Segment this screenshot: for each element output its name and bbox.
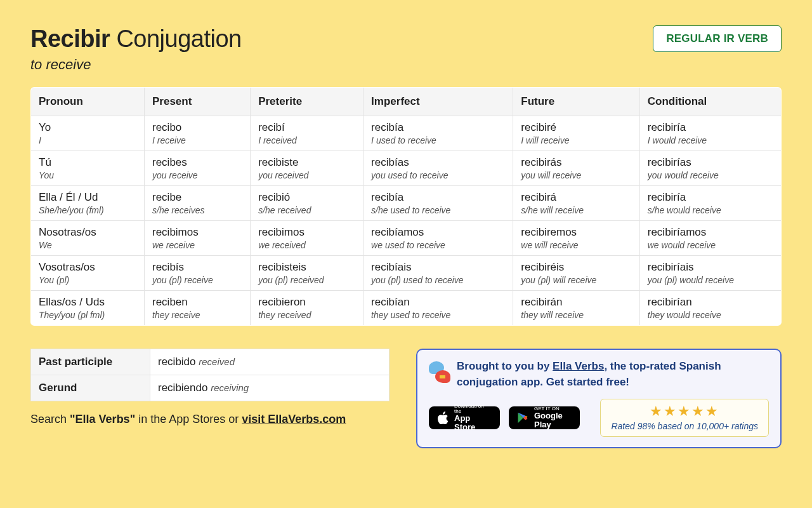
column-header: Conditional	[639, 88, 781, 116]
verb-type-badge: REGULAR IR VERB	[653, 25, 782, 52]
column-header: Imperfect	[363, 88, 513, 116]
gerund-word: recibiendo	[158, 382, 207, 394]
column-header: Future	[513, 88, 639, 116]
search-term: "Ella Verbs"	[70, 413, 135, 425]
conjugation-cell: reciboI receive	[145, 116, 251, 151]
table-row: YoIreciboI receiverecibíI receivedrecibí…	[31, 116, 782, 151]
conjugation-cell: recibíanthey used to receive	[363, 291, 513, 326]
conjugation-cell: recibirásyou will receive	[513, 151, 639, 186]
table-row: Vosotras/osYou (pl)recibísyou (pl) recei…	[31, 256, 782, 291]
search-hint: Search "Ella Verbs" in the App Stores or…	[30, 413, 390, 426]
past-participle-gloss: received	[199, 356, 235, 367]
table-row: TúYourecibesyou receiverecibisteyou rece…	[31, 151, 782, 186]
conjugation-cell: recibías/he used to receive	[363, 186, 513, 221]
visit-link[interactable]: visit EllaVerbs.com	[242, 413, 346, 425]
conjugation-cell: recibiremoswe will receive	[513, 221, 639, 256]
page-title: Recibir Conjugation	[30, 25, 242, 53]
rating-box: ★★★★★ Rated 98% based on 10,000+ ratings	[600, 399, 769, 437]
conjugation-cell: recibísyou (pl) receive	[145, 256, 251, 291]
conjugation-cell: recibieronthey received	[251, 291, 363, 326]
conjugation-cell: recibíaisyou (pl) used to receive	[363, 256, 513, 291]
conjugation-cell: recibisteisyou (pl) received	[251, 256, 363, 291]
promo-box: Brought to you by Ella Verbs, the top-ra…	[416, 349, 782, 448]
conjugation-cell: recibimoswe received	[251, 221, 363, 256]
conjugation-cell: recibiríanthey would receive	[639, 291, 781, 326]
table-row: Ella / Él / UdShe/he/you (fml)recibes/he…	[31, 186, 782, 221]
conjugation-cell: recibirías/he would receive	[639, 186, 781, 221]
gerund-cell: recibiendo receiving	[150, 375, 390, 401]
promo-text: Brought to you by Ella Verbs, the top-ra…	[457, 359, 769, 390]
title-suffix: Conjugation	[110, 25, 241, 52]
conjugation-cell: recibiríasyou would receive	[639, 151, 781, 186]
conjugation-cell: recibisteyou received	[251, 151, 363, 186]
table-row: Ellas/os / UdsThey/you (pl fml)recibenth…	[31, 291, 782, 326]
conjugation-cell: recibíasyou used to receive	[363, 151, 513, 186]
gerund-label: Gerund	[31, 375, 150, 401]
conjugation-cell: recibíamoswe used to receive	[363, 221, 513, 256]
conjugation-cell: recibimoswe receive	[145, 221, 251, 256]
google-play-button[interactable]: GET IT ONGoogle Play	[509, 406, 580, 429]
conjugation-cell: recibenthey receive	[145, 291, 251, 326]
column-header: Present	[145, 88, 251, 116]
conjugation-cell: recibíaI used to receive	[363, 116, 513, 151]
ella-verbs-link[interactable]: Ella Verbs	[553, 360, 604, 372]
rating-text: Rated 98% based on 10,000+ ratings	[611, 421, 758, 431]
pronoun-cell: YoI	[31, 116, 145, 151]
conjugation-cell: recibirás/he will receive	[513, 186, 639, 221]
past-participle-word: recibido	[158, 356, 196, 368]
verb-translation: to receive	[30, 57, 242, 73]
app-icon	[429, 361, 450, 383]
pronoun-cell: Ella / Él / UdShe/he/you (fml)	[31, 186, 145, 221]
gerund-gloss: receiving	[211, 382, 249, 393]
conjugation-cell: recibiréisyou (pl) will receive	[513, 256, 639, 291]
conjugation-cell: recibiós/he received	[251, 186, 363, 221]
stars-icon: ★★★★★	[611, 403, 758, 420]
conjugation-cell: recibiríaisyou (pl) would receive	[639, 256, 781, 291]
pronoun-cell: TúYou	[31, 151, 145, 186]
pronoun-cell: Ellas/os / UdsThey/you (pl fml)	[31, 291, 145, 326]
column-header: Pronoun	[31, 88, 145, 116]
conjugation-cell: recibiréI will receive	[513, 116, 639, 151]
participle-table: Past participle recibido received Gerund…	[30, 349, 390, 401]
conjugation-cell: recibes/he receives	[145, 186, 251, 221]
table-row: Nosotras/osWerecibimoswe receiverecibimo…	[31, 221, 782, 256]
apple-icon	[436, 411, 449, 424]
conjugation-cell: recibiránthey will receive	[513, 291, 639, 326]
past-participle-cell: recibido received	[150, 349, 390, 375]
conjugation-cell: recibiríaI would receive	[639, 116, 781, 151]
conjugation-cell: recibesyou receive	[145, 151, 251, 186]
verb-name: Recibir	[30, 25, 110, 52]
app-store-button[interactable]: Download on theApp Store	[429, 406, 500, 429]
pronoun-cell: Nosotras/osWe	[31, 221, 145, 256]
conjugation-cell: recibíI received	[251, 116, 363, 151]
pronoun-cell: Vosotras/osYou (pl)	[31, 256, 145, 291]
conjugation-table: PronounPresentPreteriteImperfectFutureCo…	[30, 87, 782, 326]
conjugation-cell: recibiríamoswe would receive	[639, 221, 781, 256]
play-icon	[516, 411, 529, 424]
past-participle-label: Past participle	[31, 349, 150, 375]
column-header: Preterite	[251, 88, 363, 116]
